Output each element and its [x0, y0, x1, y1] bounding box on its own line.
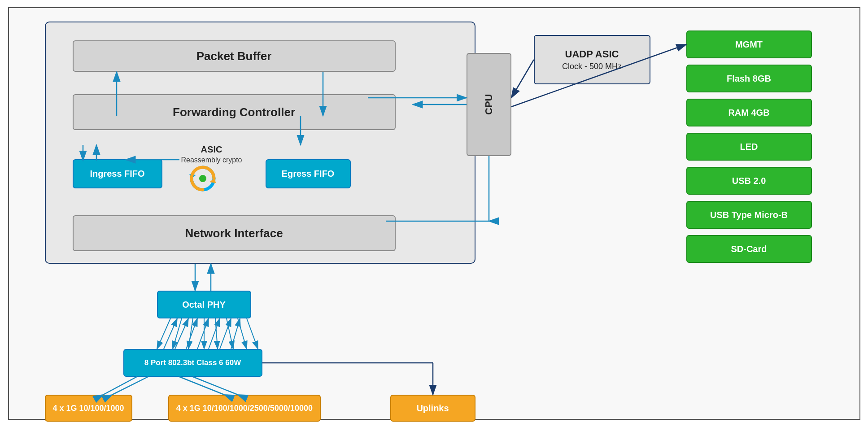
octal-phy-block: Octal PHY [157, 291, 251, 318]
svg-line-26 [227, 318, 233, 349]
uplinks-block: Uplinks [390, 395, 475, 422]
ingress-fifo-block: Ingress FIFO [73, 159, 162, 188]
svg-line-30 [175, 318, 188, 349]
svg-line-25 [215, 318, 218, 349]
svg-point-2 [199, 175, 206, 182]
bottom-boxes: 4 x 1G 10/100/1000 4 x 1G 10/100/1000/25… [45, 395, 321, 422]
ram-block: RAM 4GB [686, 99, 812, 126]
svg-line-31 [186, 318, 197, 349]
network-interface-block: Network Interface [73, 215, 396, 251]
egress-fifo-block: Egress FIFO [266, 159, 351, 188]
usb20-block: USB 2.0 [686, 167, 812, 195]
flash-block: Flash 8GB [686, 65, 812, 92]
svg-line-13 [511, 60, 534, 98]
4g-port1-block: 4 x 1G 10/100/1000 [45, 395, 132, 422]
svg-line-36 [112, 377, 148, 395]
svg-line-32 [197, 318, 209, 349]
cpu-block: CPU [467, 53, 511, 156]
svg-line-23 [188, 318, 193, 349]
svg-line-34 [220, 318, 231, 349]
crypto-icon [189, 165, 216, 192]
svg-line-33 [209, 318, 220, 349]
uadp-asic-block: UADP ASIC Clock - 500 MHz [534, 35, 650, 84]
svg-line-28 [247, 318, 258, 349]
8port-block: 8 Port 802.3bt Class 6 60W [123, 349, 262, 377]
svg-line-22 [173, 318, 182, 349]
mgmt-block: MGMT [686, 30, 812, 58]
svg-line-35 [231, 318, 240, 349]
packet-buffer-block: Packet Buffer [73, 40, 396, 72]
svg-line-39 [193, 377, 238, 395]
asic-outer-box: Packet Buffer Forwarding Controller Ingr… [45, 22, 475, 264]
right-panel: MGMT Flash 8GB RAM 4GB LED USB 2.0 USB T… [686, 30, 812, 263]
usb-micro-block: USB Type Micro-B [686, 201, 812, 229]
asic-label: ASIC [167, 144, 257, 155]
diagram-container: Packet Buffer Forwarding Controller Ingr… [8, 7, 860, 420]
svg-line-27 [238, 318, 247, 349]
led-block: LED [686, 133, 812, 161]
svg-line-29 [164, 318, 177, 349]
asic-sublabel: Reassembly crypto [167, 156, 257, 164]
4g-port2-block: 4 x 1G 10/100/1000/2500/5000/10000 [168, 395, 321, 422]
svg-line-21 [157, 318, 170, 349]
sdcard-block: SD-Card [686, 235, 812, 263]
svg-line-37 [103, 377, 137, 395]
svg-line-38 [179, 377, 224, 395]
forwarding-controller-block: Forwarding Controller [73, 94, 396, 130]
